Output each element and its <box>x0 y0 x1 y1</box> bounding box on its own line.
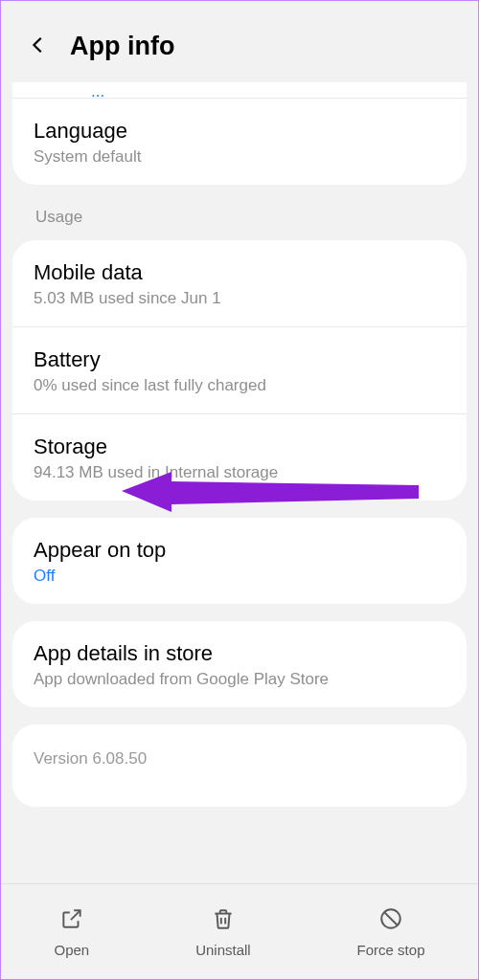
trash-icon <box>211 906 236 934</box>
version-label: Version 6.08.50 <box>12 724 467 807</box>
force-stop-button[interactable]: Force stop <box>357 906 425 958</box>
item-sub: App downloaded from Google Play Store <box>34 670 445 689</box>
item-sub: System default <box>34 147 445 167</box>
item-battery[interactable]: Battery 0% used since last fully charged <box>12 327 467 413</box>
item-title: Mobile data <box>34 260 445 285</box>
item-sub: 94.13 MB used in Internal storage <box>34 463 445 482</box>
item-mobile-data[interactable]: Mobile data 5.03 MB used since Jun 1 <box>12 240 467 326</box>
card-language-group: ··· Language System default <box>12 82 467 185</box>
stop-icon <box>378 906 403 934</box>
cut-fragment: ··· <box>12 82 467 98</box>
uninstall-label: Uninstall <box>195 942 251 958</box>
card-app-details: App details in store App downloaded from… <box>12 621 467 707</box>
item-appear-on-top[interactable]: Appear on top Off <box>12 518 467 604</box>
card-usage: Mobile data 5.03 MB used since Jun 1 Bat… <box>12 240 467 501</box>
item-title: Storage <box>34 434 445 459</box>
open-label: Open <box>54 942 89 958</box>
section-label-usage: Usage <box>12 202 467 240</box>
page-title: App info <box>70 32 174 61</box>
item-title: App details in store <box>34 641 445 666</box>
back-icon[interactable] <box>28 34 49 59</box>
force-stop-label: Force stop <box>357 942 425 958</box>
open-icon <box>59 906 84 934</box>
card-version: Version 6.08.50 <box>12 724 467 807</box>
card-appear-on-top: Appear on top Off <box>12 518 467 604</box>
bottom-bar: Open Uninstall Force stop <box>1 883 478 979</box>
item-sub: 0% used since last fully charged <box>34 376 445 395</box>
item-title: Appear on top <box>34 538 445 563</box>
item-app-details[interactable]: App details in store App downloaded from… <box>12 621 467 707</box>
item-title: Language <box>34 119 445 144</box>
item-storage[interactable]: Storage 94.13 MB used in Internal storag… <box>12 414 467 501</box>
item-language[interactable]: Language System default <box>12 99 467 185</box>
item-title: Battery <box>34 347 445 372</box>
item-sub: Off <box>34 567 445 586</box>
open-button[interactable]: Open <box>54 906 89 958</box>
item-sub: 5.03 MB used since Jun 1 <box>34 289 445 308</box>
uninstall-button[interactable]: Uninstall <box>195 906 251 958</box>
svg-line-2 <box>385 912 398 924</box>
